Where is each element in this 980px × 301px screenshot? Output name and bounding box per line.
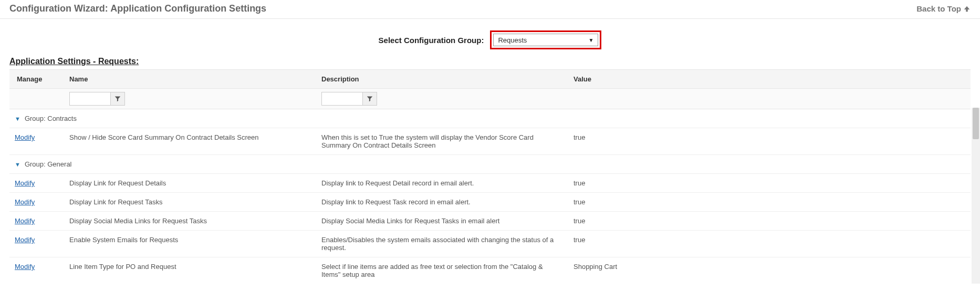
row-value: true [566, 174, 813, 192]
group-header[interactable]: ▼ Group: Contracts [9, 109, 971, 128]
table-row: Modify Display Link for Request Tasks Di… [9, 193, 971, 212]
arrow-up-icon [963, 5, 971, 13]
table-row: Modify Show / Hide Score Card Summary On… [9, 128, 971, 155]
filter-icon [367, 96, 373, 102]
row-value: true [566, 193, 813, 211]
row-value: true [566, 212, 813, 230]
modify-link[interactable]: Modify [15, 236, 35, 244]
grid-filters [9, 89, 971, 109]
row-value: Shopping Cart [566, 257, 813, 284]
row-name: Display Link for Request Tasks [62, 193, 314, 211]
row-description: Select if line items are added as free t… [314, 257, 566, 284]
settings-grid: Manage Name Description Value [9, 69, 971, 284]
modify-link[interactable]: Modify [15, 179, 35, 187]
row-value: true [566, 231, 813, 257]
chevron-down-icon: ▼ [589, 37, 594, 43]
back-to-top-label: Back to Top [916, 4, 961, 13]
chevron-down-icon: ▼ [15, 161, 20, 168]
back-to-top-link[interactable]: Back to Top [916, 4, 971, 13]
row-description: Display Social Media Links for Request T… [314, 212, 566, 230]
vertical-scrollbar[interactable] [972, 108, 980, 284]
group-label: Group: Contracts [25, 115, 77, 122]
name-filter-button[interactable] [110, 92, 125, 106]
row-description: Display link to Request Task record in e… [314, 193, 566, 211]
row-name: Display Social Media Links for Request T… [62, 212, 314, 230]
modify-link[interactable]: Modify [15, 133, 35, 141]
col-header-manage[interactable]: Manage [9, 70, 62, 88]
col-header-value[interactable]: Value [566, 70, 813, 88]
modify-link[interactable]: Modify [15, 263, 35, 271]
filter-icon [114, 96, 121, 102]
row-name: Enable System Emails for Requests [62, 231, 314, 257]
table-row: Modify Display Social Media Links for Re… [9, 212, 971, 231]
name-filter-input[interactable] [69, 92, 110, 106]
config-group-highlight: Requests ▼ [490, 30, 601, 49]
row-description: Display link to Request Detail record in… [314, 174, 566, 192]
scrollbar-thumb[interactable] [973, 108, 979, 139]
table-row: Modify Line Item Type for PO and Request… [9, 257, 971, 284]
group-label: Group: General [25, 160, 72, 168]
config-group-selected-value: Requests [498, 36, 527, 44]
modify-link[interactable]: Modify [15, 217, 35, 225]
col-header-name[interactable]: Name [62, 70, 314, 88]
row-description: Enables/Disables the system emails assoc… [314, 231, 566, 257]
modify-link[interactable]: Modify [15, 198, 35, 206]
col-header-description[interactable]: Description [314, 70, 566, 88]
row-value: true [566, 128, 813, 154]
table-row: Modify Enable System Emails for Requests… [9, 231, 971, 257]
config-group-select[interactable]: Requests ▼ [493, 34, 598, 46]
row-name: Display Link for Request Details [62, 174, 314, 192]
table-row: Modify Display Link for Request Details … [9, 174, 971, 193]
description-filter-button[interactable] [362, 92, 377, 106]
description-filter-input[interactable] [321, 92, 362, 106]
row-name: Show / Hide Score Card Summary On Contra… [62, 128, 314, 154]
config-group-label: Select Configuration Group: [379, 36, 484, 45]
section-title: Application Settings - Requests: [0, 57, 980, 69]
page-title: Configuration Wizard: Application Config… [9, 3, 266, 14]
grid-header: Manage Name Description Value [9, 70, 971, 89]
row-description: When this is set to True the system will… [314, 128, 566, 154]
row-name: Line Item Type for PO and Request [62, 257, 314, 284]
chevron-down-icon: ▼ [15, 116, 20, 122]
group-header[interactable]: ▼ Group: General [9, 155, 971, 174]
